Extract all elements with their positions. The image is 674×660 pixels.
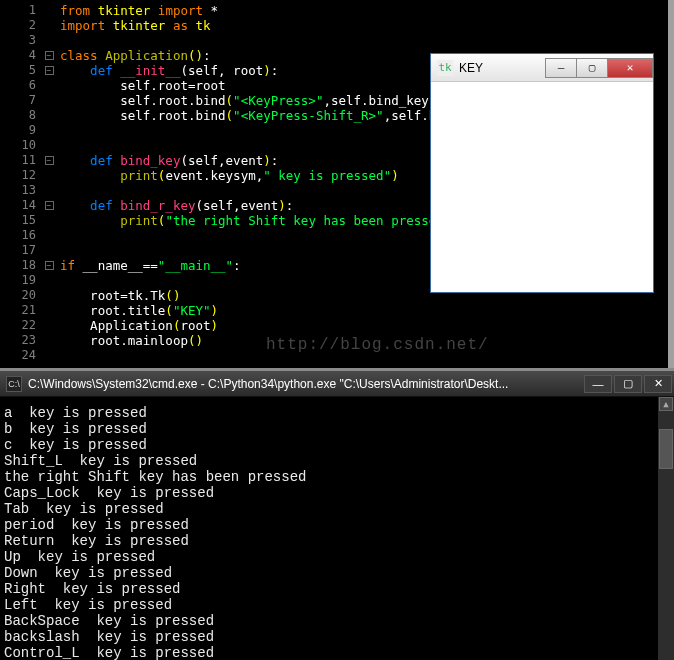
fold-toggle-icon[interactable]: − (45, 156, 54, 165)
fold-column: −−−−− (42, 0, 56, 368)
line-number: 21 (0, 303, 42, 318)
tk-client-area[interactable] (431, 82, 653, 292)
code-line[interactable] (60, 33, 668, 48)
console-minimize-button[interactable]: — (584, 375, 612, 393)
fold-cell (42, 348, 56, 363)
console-close-button[interactable]: ✕ (644, 375, 672, 393)
line-number: 11 (0, 153, 42, 168)
fold-cell (42, 273, 56, 288)
fold-cell (42, 228, 56, 243)
fold-toggle-icon[interactable]: − (45, 201, 54, 210)
line-number: 16 (0, 228, 42, 243)
line-number: 19 (0, 273, 42, 288)
fold-cell (42, 303, 56, 318)
tk-window[interactable]: tk KEY — ▢ ✕ (430, 53, 654, 293)
fold-cell: − (42, 48, 56, 63)
console-maximize-button[interactable]: ▢ (614, 375, 642, 393)
fold-cell (42, 108, 56, 123)
fold-cell (42, 18, 56, 33)
tk-titlebar[interactable]: tk KEY — ▢ ✕ (431, 54, 653, 82)
tk-title-text: KEY (459, 61, 546, 75)
line-number-gutter: 123456789101112131415161718192021222324 (0, 0, 42, 368)
console-output[interactable]: a key is pressed b key is pressed c key … (0, 397, 674, 660)
line-number: 18 (0, 258, 42, 273)
line-number: 12 (0, 168, 42, 183)
watermark-text: http://blog.csdn.net/ (266, 336, 489, 354)
fold-toggle-icon[interactable]: − (45, 51, 54, 60)
line-number: 17 (0, 243, 42, 258)
fold-cell (42, 78, 56, 93)
line-number: 7 (0, 93, 42, 108)
code-line[interactable]: import tkinter as tk (60, 18, 668, 33)
line-number: 14 (0, 198, 42, 213)
fold-cell (42, 168, 56, 183)
fold-cell: − (42, 258, 56, 273)
minimize-button[interactable]: — (545, 58, 577, 78)
cmd-icon: C:\ (6, 376, 22, 392)
code-line[interactable]: root.title("KEY") (60, 303, 668, 318)
line-number: 5 (0, 63, 42, 78)
line-number: 8 (0, 108, 42, 123)
console-scrollbar[interactable]: ▲ (658, 397, 674, 660)
tk-app-icon: tk (437, 60, 453, 76)
fold-toggle-icon[interactable]: − (45, 66, 54, 75)
line-number: 20 (0, 288, 42, 303)
line-number: 3 (0, 33, 42, 48)
maximize-button[interactable]: ▢ (576, 58, 608, 78)
close-button[interactable]: ✕ (607, 58, 653, 78)
line-number: 10 (0, 138, 42, 153)
line-number: 4 (0, 48, 42, 63)
line-number: 1 (0, 3, 42, 18)
scroll-thumb[interactable] (659, 429, 673, 469)
line-number: 13 (0, 183, 42, 198)
fold-cell (42, 288, 56, 303)
fold-cell (42, 183, 56, 198)
code-line[interactable]: from tkinter import * (60, 3, 668, 18)
line-number: 23 (0, 333, 42, 348)
fold-cell (42, 138, 56, 153)
fold-cell (42, 93, 56, 108)
console-title-text: C:\Windows\System32\cmd.exe - C:\Python3… (28, 377, 582, 391)
fold-cell: − (42, 153, 56, 168)
line-number: 6 (0, 78, 42, 93)
line-number: 15 (0, 213, 42, 228)
fold-cell (42, 243, 56, 258)
line-number: 22 (0, 318, 42, 333)
scroll-up-icon[interactable]: ▲ (659, 397, 673, 411)
line-number: 2 (0, 18, 42, 33)
line-number: 24 (0, 348, 42, 363)
code-line[interactable]: Application(root) (60, 318, 668, 333)
fold-cell (42, 333, 56, 348)
fold-cell (42, 318, 56, 333)
fold-cell: − (42, 198, 56, 213)
line-number: 9 (0, 123, 42, 138)
fold-cell (42, 3, 56, 18)
fold-cell (42, 213, 56, 228)
fold-cell (42, 33, 56, 48)
console-titlebar[interactable]: C:\ C:\Windows\System32\cmd.exe - C:\Pyt… (0, 371, 674, 397)
fold-toggle-icon[interactable]: − (45, 261, 54, 270)
console-pane: C:\ C:\Windows\System32\cmd.exe - C:\Pyt… (0, 368, 674, 660)
fold-cell: − (42, 63, 56, 78)
fold-cell (42, 123, 56, 138)
